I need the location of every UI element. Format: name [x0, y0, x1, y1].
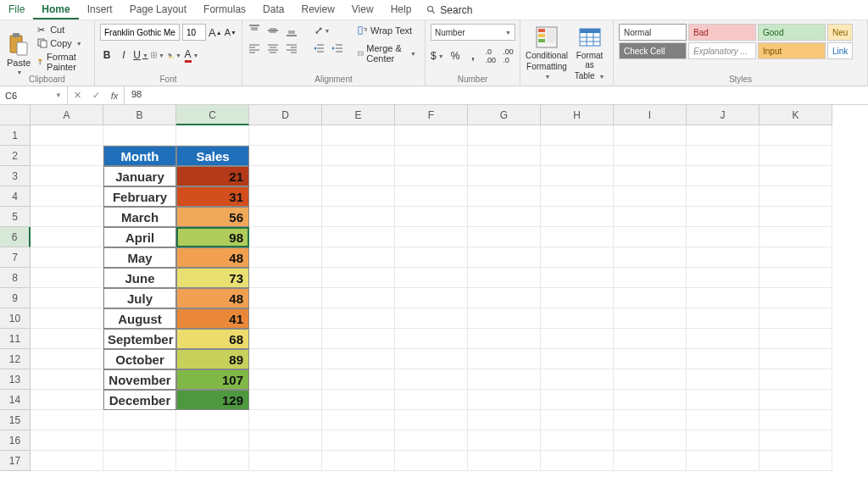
align-top-icon[interactable]	[248, 24, 261, 37]
increase-decimal-icon[interactable]: .0.00	[484, 49, 497, 63]
cell[interactable]: Month	[103, 146, 176, 166]
style-explanatory[interactable]: Explanatory ...	[688, 42, 756, 59]
cell[interactable]	[249, 430, 322, 451]
row-header[interactable]: 9	[0, 288, 31, 308]
row-header[interactable]: 5	[0, 207, 31, 227]
cell[interactable]: 48	[176, 288, 249, 308]
spreadsheet-grid[interactable]: ABCDEFGHIJK12MonthSales3January214Februa…	[0, 105, 868, 471]
cell[interactable]	[468, 146, 541, 166]
row-header[interactable]: 6	[0, 227, 31, 247]
orientation-button[interactable]: ⤢▼	[315, 24, 329, 37]
menu-review[interactable]: Review	[292, 0, 342, 19]
cell[interactable]	[760, 146, 832, 166]
cell[interactable]: 107	[176, 369, 249, 390]
cell[interactable]	[614, 146, 687, 166]
cell[interactable]	[614, 308, 687, 329]
cell[interactable]	[249, 369, 322, 390]
cell[interactable]	[468, 247, 541, 268]
column-header[interactable]: A	[31, 105, 103, 125]
cell[interactable]: 21	[176, 166, 249, 186]
cell[interactable]: 48	[176, 247, 249, 268]
increase-indent-icon[interactable]	[331, 42, 344, 55]
format-painter-button[interactable]: Format Painter	[36, 51, 89, 73]
cell[interactable]	[541, 349, 614, 369]
cell[interactable]	[322, 125, 395, 146]
cell[interactable]	[687, 390, 760, 410]
cell[interactable]	[541, 166, 614, 186]
cell[interactable]	[176, 451, 249, 471]
cell[interactable]	[468, 390, 541, 410]
cell[interactable]	[322, 186, 395, 207]
column-header[interactable]: F	[395, 105, 468, 125]
cell[interactable]: July	[103, 288, 176, 308]
cell[interactable]: March	[103, 207, 176, 227]
cell[interactable]	[468, 430, 541, 451]
menu-view[interactable]: View	[343, 0, 382, 19]
cell[interactable]	[103, 451, 176, 471]
cell[interactable]	[614, 329, 687, 349]
cell[interactable]	[103, 125, 176, 146]
cell[interactable]	[31, 288, 103, 308]
font-name-combo[interactable]	[100, 24, 180, 41]
cell[interactable]	[395, 390, 468, 410]
cell[interactable]	[103, 410, 176, 430]
cell[interactable]	[541, 227, 614, 247]
cell[interactable]	[468, 308, 541, 329]
cell[interactable]	[614, 166, 687, 186]
row-header[interactable]: 1	[0, 125, 31, 146]
cell[interactable]	[614, 390, 687, 410]
cell[interactable]: August	[103, 308, 176, 329]
row-header[interactable]: 10	[0, 308, 31, 329]
menu-page-layout[interactable]: Page Layout	[121, 0, 195, 19]
align-right-icon[interactable]	[285, 42, 298, 55]
row-header[interactable]: 14	[0, 390, 31, 410]
cell[interactable]	[760, 451, 832, 471]
cell[interactable]	[249, 308, 322, 329]
cell[interactable]	[395, 349, 468, 369]
cell[interactable]	[760, 349, 832, 369]
cell[interactable]	[760, 430, 832, 451]
cell[interactable]	[687, 288, 760, 308]
formula-input[interactable]: 98	[125, 86, 868, 104]
cell[interactable]	[541, 125, 614, 146]
cell[interactable]	[322, 207, 395, 227]
cell[interactable]	[249, 166, 322, 186]
cell[interactable]	[103, 430, 176, 451]
cell[interactable]	[176, 125, 249, 146]
cell[interactable]	[760, 125, 832, 146]
underline-button[interactable]: U▼	[134, 48, 147, 62]
cell[interactable]	[760, 227, 832, 247]
cell[interactable]	[322, 349, 395, 369]
conditional-formatting-button[interactable]: Conditional Formatting ▼	[526, 24, 568, 84]
cell[interactable]	[395, 227, 468, 247]
cut-button[interactable]: ✂ Cut	[36, 24, 89, 36]
cell[interactable]	[687, 186, 760, 207]
comma-button[interactable]: ,	[466, 49, 479, 63]
cell[interactable]	[468, 186, 541, 207]
cell[interactable]	[614, 268, 687, 288]
cell[interactable]: February	[103, 186, 176, 207]
cell[interactable]	[760, 288, 832, 308]
cell[interactable]	[249, 146, 322, 166]
menu-formulas[interactable]: Formulas	[195, 0, 254, 19]
cancel-formula-icon[interactable]: ✕	[68, 90, 86, 101]
style-check-cell[interactable]: Check Cell	[619, 42, 687, 59]
wrap-text-button[interactable]: Wrap Text	[354, 24, 420, 37]
cell[interactable]	[541, 146, 614, 166]
cell[interactable]	[687, 410, 760, 430]
cell[interactable]	[614, 451, 687, 471]
cell[interactable]	[760, 207, 832, 227]
menu-insert[interactable]: Insert	[79, 0, 121, 19]
cell[interactable]: 73	[176, 268, 249, 288]
cell[interactable]	[395, 308, 468, 329]
cell[interactable]	[760, 308, 832, 329]
cell[interactable]	[468, 268, 541, 288]
menu-data[interactable]: Data	[254, 0, 292, 19]
cell[interactable]: April	[103, 227, 176, 247]
cell[interactable]: 56	[176, 207, 249, 227]
cell[interactable]	[468, 329, 541, 349]
select-all-corner[interactable]	[0, 105, 31, 125]
column-header[interactable]: D	[249, 105, 322, 125]
cell[interactable]	[468, 451, 541, 471]
bold-button[interactable]: B	[100, 48, 114, 62]
